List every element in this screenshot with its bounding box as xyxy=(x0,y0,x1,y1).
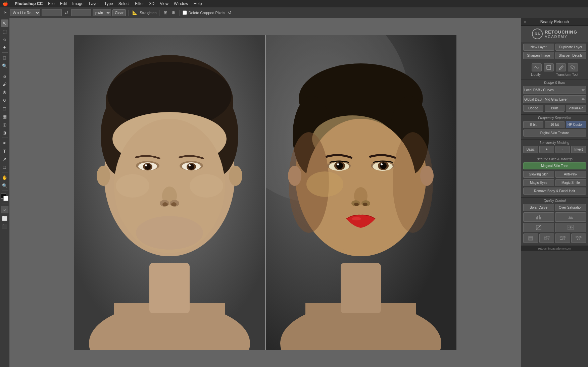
height-input[interactable] xyxy=(71,9,91,16)
global-dnb-button[interactable]: Global D&B - Mid Gray Layer ✏ xyxy=(523,95,586,103)
layers-icon[interactable] xyxy=(523,233,538,243)
menu-type[interactable]: Type xyxy=(104,1,113,6)
hp-custom-button[interactable]: HP Custom xyxy=(566,121,586,128)
solar-curve-button[interactable]: Solar Curve xyxy=(523,204,554,211)
local-dnb-button[interactable]: Local D&B - Curves ✏ xyxy=(523,86,586,94)
curves-icon[interactable] xyxy=(523,223,554,232)
svg-point-52 xyxy=(380,162,387,169)
toolbar: ✂ W x H x Re... ⇄ px/in Clear 📐 Straight… xyxy=(0,7,588,18)
history-brush-tool[interactable]: ↻ xyxy=(1,97,8,104)
glowing-skin-button[interactable]: Glowing Skin xyxy=(523,171,554,178)
panel-expand-btn[interactable]: □ xyxy=(583,20,585,24)
grid-icon[interactable]: ⊞ xyxy=(162,10,169,15)
svg-point-53 xyxy=(381,163,383,165)
crop-tool[interactable]: ⊡ xyxy=(1,54,8,61)
menu-layer[interactable]: Layer xyxy=(89,1,99,6)
duplicate-layer-button[interactable]: Duplicate Layer xyxy=(555,44,586,51)
remove-hair-button[interactable]: Remove Body & Facial Hair xyxy=(523,188,586,195)
invert-button[interactable]: Invert xyxy=(571,146,586,153)
over-saturation-button[interactable]: Over-Saturation xyxy=(555,204,586,211)
width-input[interactable] xyxy=(42,9,62,16)
hand-tool[interactable]: ✋ xyxy=(1,174,8,181)
heal-tool[interactable]: ⌀ xyxy=(1,72,8,80)
canvas-wrapper xyxy=(74,35,456,350)
magical-skin-button[interactable]: Magical Skin Tone xyxy=(523,162,586,169)
blur-tool[interactable]: ◎ xyxy=(1,121,8,128)
menu-file[interactable]: File xyxy=(48,1,54,6)
magic-eyes-button[interactable]: Magic Eyes xyxy=(523,179,554,186)
sharpen-image-button[interactable]: Sharpen Image xyxy=(523,52,554,59)
color-swatches[interactable] xyxy=(1,194,8,201)
save-120-icon[interactable]: 120%SIZE xyxy=(539,233,554,243)
histogram-icon[interactable] xyxy=(523,212,554,222)
move-tool[interactable]: ↖ xyxy=(1,19,8,27)
eraser-tool[interactable]: ◻ xyxy=(1,105,8,112)
delete-cropped-checkbox[interactable] xyxy=(183,9,187,16)
tool-sep-2 xyxy=(2,71,8,71)
liquify-icon-btn[interactable] xyxy=(532,63,542,71)
anti-pink-button[interactable]: Anti-Pink xyxy=(555,171,586,178)
digital-skin-button[interactable]: Digital Skin Texture xyxy=(523,129,586,137)
burn-button[interactable]: Burn xyxy=(545,105,565,112)
svg-point-71 xyxy=(570,227,572,228)
text-tool[interactable]: T xyxy=(1,147,8,155)
sharpen-details-button[interactable]: Sharpen Details xyxy=(555,52,586,59)
save-as-icon[interactable]: SAVEAS xyxy=(571,233,586,243)
crop-tool-icon[interactable]: ✂ xyxy=(2,10,9,15)
background-color[interactable] xyxy=(3,196,8,201)
settings-icon[interactable]: ⚙ xyxy=(170,10,177,15)
plus-button[interactable]: + xyxy=(539,146,554,153)
menu-edit[interactable]: Edit xyxy=(60,1,67,6)
ellipse-icon-btn[interactable] xyxy=(568,63,578,71)
levels-icon[interactable] xyxy=(555,212,586,222)
menu-3d[interactable]: 3D xyxy=(149,1,154,6)
dodge-burn-tool[interactable]: ◑ xyxy=(1,129,8,136)
menu-select[interactable]: Select xyxy=(118,1,130,6)
path-select-tool[interactable]: ↗ xyxy=(1,155,8,163)
magic-smile-button[interactable]: Magic Smile xyxy=(555,179,586,186)
shape-tool[interactable]: □ xyxy=(1,163,8,171)
zoom-tool[interactable]: 🔍 xyxy=(1,182,8,189)
freq-16bit-button[interactable]: 16-bit xyxy=(545,121,565,128)
pen-tool[interactable]: ✒ xyxy=(1,139,8,147)
save-icon-row: 120%SIZE SAVEWEB SAVEAS xyxy=(523,233,586,243)
eyedropper-tool[interactable]: 🔍 xyxy=(1,62,8,69)
units-select[interactable]: px/in xyxy=(93,9,111,16)
brush-icon-btn[interactable] xyxy=(556,63,566,71)
magic-wand-tool[interactable]: ✦ xyxy=(1,44,8,51)
basic-button[interactable]: Basic xyxy=(523,146,538,153)
eye-icon[interactable] xyxy=(555,223,586,232)
menu-window[interactable]: Window xyxy=(174,1,188,6)
menu-view[interactable]: View xyxy=(160,1,168,6)
svg-point-59 xyxy=(352,217,361,220)
lasso-tool[interactable]: ⌾ xyxy=(1,36,8,43)
minus-button[interactable]: - xyxy=(555,146,570,153)
clear-button[interactable]: Clear xyxy=(112,9,126,16)
panel-header: × Beauty Retouch □ xyxy=(521,18,588,26)
menu-help[interactable]: Help xyxy=(194,1,202,6)
select-tool[interactable]: ⬚ xyxy=(1,28,8,35)
reset-icon[interactable]: ↺ xyxy=(227,10,233,15)
svg-point-15 xyxy=(145,164,147,166)
brush-tool[interactable]: 🖌 xyxy=(1,81,8,88)
preset-select[interactable]: W x H x Re... xyxy=(10,9,40,16)
remove-hair-row: Remove Body & Facial Hair xyxy=(523,188,586,195)
menu-bar: 🍎 Photoshop CC File Edit Image Layer Typ… xyxy=(0,0,588,7)
panel-close-btn[interactable]: × xyxy=(524,20,526,24)
save-web-icon[interactable]: SAVEWEB xyxy=(555,233,570,243)
warp-icon-btn[interactable] xyxy=(544,63,554,71)
quick-mask[interactable]: ⬭ xyxy=(1,206,8,213)
screen-mode[interactable]: ⬜ xyxy=(1,215,8,222)
frame-mode[interactable]: ⬛ xyxy=(1,223,8,230)
new-layer-button[interactable]: New Layer xyxy=(523,44,554,51)
straighten-icon[interactable]: 📐 xyxy=(132,10,138,15)
dodge-button[interactable]: Dodge xyxy=(523,105,543,112)
swap-icon[interactable]: ⇄ xyxy=(63,10,70,15)
menu-filter[interactable]: Filter xyxy=(135,1,144,6)
freq-8bit-button[interactable]: 8-bit xyxy=(523,121,543,128)
menu-image[interactable]: Image xyxy=(72,1,83,6)
visual-aid-button[interactable]: Visual Aid xyxy=(566,105,586,112)
clone-tool[interactable]: ✇ xyxy=(1,89,8,96)
gradient-tool[interactable]: ▦ xyxy=(1,113,8,120)
apple-menu[interactable]: 🍎 xyxy=(3,1,8,6)
